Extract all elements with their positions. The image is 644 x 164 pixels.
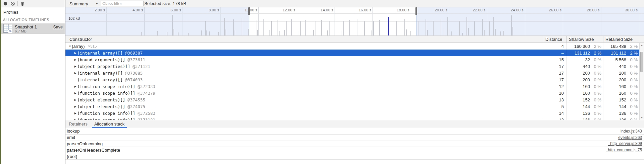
retained-size-value: 200: [603, 77, 626, 82]
expander-icon[interactable]: ▶: [73, 105, 77, 108]
delete-profile-button[interactable]: [19, 1, 26, 7]
clear-button[interactable]: [10, 1, 16, 7]
allocation-timeline-chart[interactable]: 102 kB 2.00 s4.00 s6.00 s8.00 s10.00 s12…: [65, 7, 644, 35]
allocation-bar: [447, 17, 448, 35]
constructor-cell: ▶(object properties)[]@371121: [65, 63, 543, 70]
table-row[interactable]: (internal array)[]@374093172000 %2000 %: [65, 76, 644, 83]
source-link[interactable]: index.js:343: [621, 129, 642, 134]
expander-icon[interactable]: ▶: [73, 85, 77, 88]
view-mode-select[interactable]: Summary ▼: [69, 0, 98, 7]
time-tick-label: 10.00 s: [224, 8, 257, 12]
column-header-distance[interactable]: Distance: [543, 36, 566, 43]
time-tick-label: 8.00 s: [186, 8, 219, 12]
allocation-bar: [503, 31, 504, 35]
selection-handle-left[interactable]: [248, 7, 250, 15]
allocation-bar: [335, 20, 335, 35]
retained-size-cell: 4400 %: [603, 63, 639, 70]
constructor-cell: (internal array)[]@374093: [65, 76, 543, 83]
time-tick-label: 16.00 s: [338, 8, 371, 12]
allocation-bar: [512, 27, 513, 35]
timeline-gridline: [144, 7, 145, 35]
heap-grid-rows: ▼(array)×3154160 3602 %165 4882 %▶(inter…: [65, 43, 644, 120]
record-button[interactable]: [2, 1, 8, 7]
allocation-bar: [406, 29, 407, 35]
sidebar-item-snapshot[interactable]: % Snapshot 1 6.7 MB Save: [0, 23, 65, 34]
tab-allocation-stack[interactable]: Allocation stack: [91, 120, 128, 128]
distance-cell: –: [543, 50, 566, 56]
retained-size-percent: 0 %: [626, 77, 638, 82]
table-row[interactable]: ▶(object elements)[]@37407551440 %1440 %: [65, 103, 644, 110]
table-row[interactable]: ▶(function scope info)[]@372333121600 %1…: [65, 83, 644, 90]
snapshot-size: 6.7 MB: [15, 29, 27, 33]
table-row[interactable]: ▶(function scope info)[]@373181131360 %1…: [65, 116, 644, 120]
allocation-bar: [441, 19, 441, 35]
source-link[interactable]: _http_common.js:75: [606, 148, 642, 152]
tab-retainers[interactable]: Retainers: [65, 120, 91, 128]
save-link[interactable]: Save: [53, 25, 63, 29]
shallow-size-value: 160: [567, 84, 590, 89]
source-link[interactable]: events.js:263: [618, 135, 642, 140]
table-row[interactable]: ▶(bound arguments)[]@37361115320 %5 5680…: [65, 56, 644, 63]
selection-handle-right[interactable]: [415, 7, 417, 15]
constructor-name: (array): [72, 44, 85, 49]
table-row[interactable]: ▶(object properties)[]@371121174400 %440…: [65, 63, 644, 70]
column-header-shallow-size[interactable]: Shallow Size: [566, 36, 603, 43]
retained-size-cell: 5 5680 %: [603, 56, 639, 63]
allocation-bar: [271, 21, 272, 35]
retained-size-cell: 2000 %: [603, 76, 639, 83]
column-header-constructor[interactable]: Constructor: [65, 36, 543, 43]
table-row[interactable]: ▶(object elements)[]@374555131520 %1520 …: [65, 96, 644, 103]
distance-cell: 13: [543, 96, 566, 103]
source-link[interactable]: _http_server.js:809: [608, 141, 642, 146]
allocation-bar: [482, 19, 483, 35]
class-filter-input[interactable]: [101, 1, 144, 6]
table-row[interactable]: ▶(function scope info)[]@374279101600 %1…: [65, 90, 644, 96]
allocation-bar: [224, 18, 225, 35]
expander-icon[interactable]: ▶: [73, 58, 77, 61]
scroll-up-icon[interactable]: ▲: [640, 44, 644, 46]
expander-icon[interactable]: ▶: [73, 72, 77, 75]
stack-function-name: emit: [67, 135, 618, 140]
shallow-size-percent: 2 %: [590, 51, 601, 56]
table-row[interactable]: ▶(function scope info)[]@372583141360 %1…: [65, 110, 644, 116]
table-row[interactable]: ▼(array)×3154160 3602 %165 4882 %: [65, 43, 644, 50]
object-id: @374093: [125, 77, 143, 82]
allocation-bar: [263, 19, 264, 35]
stack-frame-row: (root): [65, 153, 644, 160]
shallow-size-value: 160 360: [567, 44, 590, 49]
column-header-retained-size[interactable]: Retained Size: [603, 36, 639, 43]
table-row[interactable]: ▶(internal array)[]@373885172000 %2000 %: [65, 70, 644, 76]
timeline-gridline: [487, 7, 487, 35]
expander-icon[interactable]: ▶: [73, 92, 77, 95]
expander-icon[interactable]: ▶: [73, 112, 77, 115]
time-tick-label: 26.00 s: [528, 8, 561, 12]
allocation-bar: [178, 32, 179, 35]
constructor-name: (function scope info)[]: [77, 91, 135, 96]
time-tick-label: 14.00 s: [300, 8, 333, 12]
expander-icon[interactable]: ▶: [73, 52, 77, 55]
allocation-bar: [511, 15, 512, 35]
shallow-size-value: 160: [567, 91, 590, 96]
constructor-cell: ▶(function scope info)[]@374279: [65, 90, 543, 96]
table-row[interactable]: ▶(internal array)[]@369387–131 1122 %131…: [65, 50, 644, 56]
heap-snapshot-icon: %: [3, 24, 12, 33]
allocation-bar: [493, 17, 494, 35]
scroll-down-icon[interactable]: ▼: [640, 116, 644, 119]
vertical-scrollbar[interactable]: ▲ ▼: [639, 43, 644, 120]
retained-size-percent: 0 %: [626, 84, 638, 89]
allocation-bar: [418, 21, 418, 35]
expander-icon[interactable]: ▶: [73, 65, 77, 68]
scrollbar-thumb[interactable]: [640, 52, 643, 72]
distance-cell: 10: [543, 90, 566, 96]
retained-size-cell: 131 1122 %: [603, 50, 639, 56]
constructor-cell: ▶(function scope info)[]@372583: [65, 110, 543, 116]
expander-icon[interactable]: ▼: [68, 45, 72, 48]
shallow-size-value: 131 112: [567, 51, 590, 56]
retained-size-cell: 165 4882 %: [603, 43, 639, 50]
retained-size-percent: 0 %: [626, 64, 638, 69]
timeline-gridline: [297, 7, 297, 35]
expander-icon[interactable]: ▶: [73, 98, 77, 101]
shallow-size-value: 440: [567, 64, 590, 69]
allocation-bar: [233, 19, 234, 35]
shallow-size-cell: 1440 %: [566, 103, 603, 110]
